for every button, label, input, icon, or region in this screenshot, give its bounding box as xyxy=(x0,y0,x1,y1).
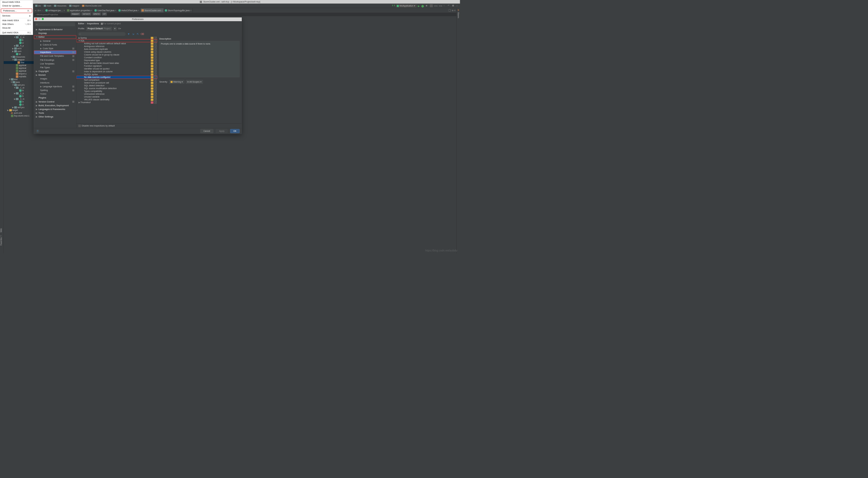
vcs-label[interactable]: VCS xyxy=(434,5,437,7)
inspection-item[interactable]: Identifier should be quoted xyxy=(76,67,157,70)
nav-item[interactable]: ▶Emmet xyxy=(34,73,76,77)
favorites-tool-button[interactable]: Favorites xyxy=(0,237,2,245)
tree-node[interactable]: applicat xyxy=(4,64,34,67)
tree-node[interactable]: applicat xyxy=(4,67,34,69)
inspection-checkbox[interactable] xyxy=(155,42,157,44)
inspection-item[interactable]: Deprecated type xyxy=(76,59,157,62)
expand-all-icon[interactable]: ⇲ xyxy=(131,32,135,36)
tree-node[interactable]: ▼_1_ct xyxy=(4,86,34,89)
vcs-revert-icon[interactable]: ↶ xyxy=(448,4,451,7)
profile-selector[interactable]: Project Default Project xyxy=(86,27,112,31)
menu-show-all[interactable]: Show All xyxy=(0,26,33,30)
tree-arrow-icon[interactable]: ▼ xyxy=(78,39,81,42)
bc-item[interactable]: src xyxy=(35,4,41,7)
nav-item[interactable]: File Types xyxy=(34,65,76,69)
tree-node[interactable]: ▶arch xyxy=(4,47,34,50)
tree-arrow-icon[interactable]: ▶ xyxy=(78,101,81,104)
nav-item[interactable]: Inspections xyxy=(34,51,76,54)
inspection-checkbox[interactable] xyxy=(155,70,157,72)
tree-node[interactable]: U xyxy=(4,41,34,44)
inspection-search-input[interactable] xyxy=(78,32,126,36)
nav-item[interactable]: ▶Code Style xyxy=(34,47,76,50)
tree-node[interactable]: ▶self.pro xyxy=(4,106,34,109)
inspection-checkbox[interactable] xyxy=(155,73,157,76)
inspection-item[interactable]: Types compatibility xyxy=(76,90,157,93)
inspection-checkbox[interactable] xyxy=(155,51,157,53)
inspection-checkbox[interactable] xyxy=(155,59,157,61)
editor-tab[interactable]: StormTopologyBiz.java× xyxy=(164,8,193,12)
inspection-checkbox[interactable] xyxy=(155,48,157,50)
nav-item[interactable]: TODO xyxy=(34,92,76,96)
gear-icon[interactable]: ⚙▾ xyxy=(118,27,121,30)
tree-arrow-icon[interactable]: ▶ xyxy=(13,44,16,47)
tree-arrow-icon[interactable]: ▼ xyxy=(13,36,16,39)
inspection-checkbox[interactable] xyxy=(155,68,157,70)
project-tree[interactable]: ▶_2_b▼_3_mEU▶_4_p▶arch▶comM▼resources▼ma… xyxy=(4,33,34,253)
nav-item[interactable]: Spelling xyxy=(34,89,76,92)
tree-node[interactable]: ▶_2_b xyxy=(4,92,34,95)
nav-item[interactable]: ▶Language Injections xyxy=(34,85,76,88)
close-tab-icon[interactable]: × xyxy=(138,9,139,11)
filter-icon[interactable]: ▼ xyxy=(127,32,130,36)
inspection-item[interactable]: Check using clause columns xyxy=(76,51,157,53)
editor-tab[interactable]: application.properties× xyxy=(66,8,93,12)
tree-node[interactable]: ▼java xyxy=(4,81,34,84)
nav-item[interactable]: ▶Version Control xyxy=(34,100,76,103)
tree-arrow-icon[interactable]: ▼ xyxy=(10,81,12,84)
collapse-all-icon[interactable]: ⇱ xyxy=(136,32,140,36)
inspection-item[interactable]: Select from procedure call xyxy=(76,81,157,84)
make-project-icon[interactable]: ⬇⬆ xyxy=(392,4,395,7)
inspection-checkbox[interactable] xyxy=(155,90,157,92)
tree-node[interactable]: ▼aub.pro xyxy=(4,84,34,86)
nav-item[interactable]: ▶Appearance & Behavior xyxy=(34,28,76,31)
close-tab-icon[interactable]: × xyxy=(91,9,92,11)
editor-tab[interactable]: erMapper.jav…× xyxy=(44,8,66,12)
crumb-tag[interactable]: mapper xyxy=(71,12,81,16)
disable-new-checkbox[interactable] xyxy=(79,125,81,127)
maven-tool-button[interactable]: m xyxy=(457,9,459,11)
tree-node[interactable]: E xyxy=(4,39,34,41)
close-tab-icon[interactable]: × xyxy=(64,9,65,11)
menu-hide-others[interactable]: Hide Others⌥⌘H xyxy=(0,23,33,26)
inspection-item[interactable]: SQL dialect detection xyxy=(76,84,157,87)
tree-arrow-icon[interactable]: ▼ xyxy=(12,84,14,86)
cancel-button[interactable]: Cancel xyxy=(200,129,213,133)
settings-search-input[interactable] xyxy=(35,23,75,27)
tree-arrow-icon[interactable]: ▼ xyxy=(9,78,11,81)
inspection-checkbox[interactable] xyxy=(155,79,157,81)
tree-node[interactable]: mpom.xml xyxy=(4,112,34,114)
navigate-back-icon[interactable]: ← xyxy=(41,9,43,11)
tree-node[interactable]: ▼mapper xyxy=(4,58,34,61)
ok-button[interactable]: OK xyxy=(230,129,240,133)
inspection-item[interactable]: Constant condition xyxy=(76,56,157,59)
tree-node[interactable]: M xyxy=(4,53,34,56)
inspection-checkbox[interactable] xyxy=(155,37,157,39)
menu-preferences[interactable]: Preferences…⌘, xyxy=(1,9,32,13)
editor-tab[interactable]: UserDaoTest.java× xyxy=(93,8,118,12)
profile-dropdown-button[interactable]: ▾ xyxy=(113,27,117,31)
nav-item[interactable]: ▶Build, Execution, Deployment xyxy=(34,103,76,107)
run-config-selector[interactable]: MciApplication ▾ xyxy=(396,4,416,7)
nav-item[interactable]: ▶Languages & Frameworks xyxy=(34,107,76,111)
inspection-checkbox[interactable] xyxy=(155,101,157,103)
menu-quit[interactable]: Quit IntelliJ IDEA⌘Q xyxy=(0,31,33,35)
tree-node[interactable]: H xyxy=(4,89,34,92)
bc-item[interactable]: resources xyxy=(54,4,66,7)
nav-item[interactable]: Plugins xyxy=(34,96,76,100)
menu-about[interactable]: About IntelliJ IDEA xyxy=(0,0,33,4)
tree-node[interactable]: rtcp-storm-mci-1 xyxy=(4,114,34,117)
tree-node[interactable]: mybatis xyxy=(4,75,34,78)
tree-arrow-icon[interactable]: ▼ xyxy=(10,56,12,58)
inspection-item[interactable]: Ambiguous reference xyxy=(76,45,157,48)
inspection-checkbox[interactable] xyxy=(155,54,157,56)
crumb-tag[interactable]: if xyxy=(102,12,107,16)
inspection-item[interactable]: No data sources configured xyxy=(76,76,157,79)
coverage-icon[interactable]: ◉ xyxy=(426,4,429,7)
inspection-checkbox[interactable] xyxy=(155,93,157,95)
tree-node[interactable]: applicat xyxy=(4,69,34,72)
inspection-checkbox[interactable] xyxy=(155,65,157,67)
crumb-tag[interactable]: select xyxy=(81,12,91,16)
tree-node[interactable]: ▶target xyxy=(4,109,34,112)
nav-item[interactable]: ▶Tools xyxy=(34,111,76,115)
tree-arrow-icon[interactable]: ▼ xyxy=(12,59,14,61)
